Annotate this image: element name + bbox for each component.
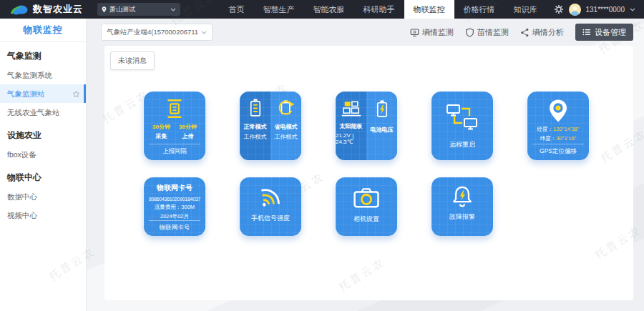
tile-remote-reboot[interactable]: 远程重启 bbox=[431, 92, 493, 160]
upload-interval-label: 上传 bbox=[179, 132, 197, 140]
tile-label: 物联网卡号 bbox=[149, 220, 200, 237]
tile-report-interval[interactable]: 30分钟 采集 30分钟 上传 上报间隔 bbox=[144, 92, 205, 160]
location-pin-icon bbox=[102, 6, 107, 13]
longitude-line: 经度：120°14'38" bbox=[537, 126, 580, 133]
solar-value: 21.2V | 24.3℃ bbox=[336, 132, 366, 145]
app-root: 数智农业云 萧山测试 首页 智慧生产 智能农服 科研助手 物联监控 价格行情 知… bbox=[0, 0, 644, 311]
sidebar-item-wireless-station[interactable]: 无线农业气象站 bbox=[0, 103, 86, 122]
top-navbar: 数智农业云 萧山测试 首页 智慧生产 智能农服 科研助手 物联监控 价格行情 知… bbox=[0, 0, 644, 19]
location-selector[interactable]: 萧山测试 bbox=[97, 3, 180, 16]
location-value: 萧山测试 bbox=[109, 5, 167, 14]
tile-power: 太阳能板 21.2V | 24.3℃ 电池电压 bbox=[336, 92, 397, 160]
sidebar-group-weather: 气象监测 bbox=[0, 42, 86, 66]
tile-gps[interactable]: 经度：120°14'38" 纬度：30°1'16" GPS定位偏移 bbox=[527, 92, 589, 160]
remote-computers-icon bbox=[446, 103, 479, 132]
device-toolbar: 气象站产业端4(157000206711 墒情监测 bbox=[101, 23, 633, 41]
username[interactable]: 131****0000 bbox=[586, 6, 625, 14]
tile-work-mode: 正常模式 工作模式 省电模式 工作模 bbox=[240, 92, 301, 160]
nav-item-iot-monitor[interactable]: 物联监控 bbox=[404, 0, 454, 19]
chevron-down-icon bbox=[201, 31, 207, 34]
seedling-monitor-button[interactable]: 苗情监测 bbox=[465, 27, 509, 38]
tile-iot-card[interactable]: 物联网卡号 89860436102090184037 流量费用：300M 202… bbox=[144, 177, 205, 236]
soil-monitor-button[interactable]: 墒情监测 bbox=[410, 27, 454, 38]
cloud-leaf-logo-icon bbox=[10, 3, 29, 16]
iot-card-date: 2024年02月 bbox=[160, 213, 189, 220]
tile-label: 上报间隔 bbox=[149, 144, 200, 160]
saving-mode-half[interactable]: 省电模式 工作模式 bbox=[270, 92, 301, 160]
nav-item-price[interactable]: 价格行情 bbox=[454, 0, 504, 19]
nav-item-home[interactable]: 首页 bbox=[220, 0, 254, 19]
app-title: 数智农业云 bbox=[33, 3, 83, 16]
battery-bolt-icon bbox=[375, 99, 389, 119]
monitor-screen-icon bbox=[410, 28, 419, 37]
solar-panel-icon bbox=[341, 100, 362, 117]
battery-icon bbox=[248, 98, 263, 118]
menu-list-icon bbox=[582, 29, 591, 36]
navbar-user-area: 131****0000 bbox=[547, 4, 644, 16]
solar-panel-half[interactable]: 太阳能板 21.2V | 24.3℃ bbox=[336, 92, 366, 160]
latitude-value: 30°1'16" bbox=[556, 135, 576, 142]
main-nav: 首页 智慧生产 智能农服 科研助手 物联监控 价格行情 知识库 bbox=[220, 0, 547, 19]
star-icon[interactable] bbox=[72, 90, 80, 98]
upload-interval-value: 30分钟 bbox=[179, 123, 197, 131]
normal-mode-half[interactable]: 正常模式 工作模式 bbox=[240, 92, 270, 160]
nav-item-production[interactable]: 智慧生产 bbox=[254, 0, 304, 19]
avatar[interactable] bbox=[569, 4, 581, 16]
app-logo[interactable]: 数智农业云 bbox=[0, 3, 90, 16]
shield-icon bbox=[465, 28, 474, 37]
share-nodes-icon bbox=[520, 28, 530, 37]
tile-label: GPS定位偏移 bbox=[532, 144, 584, 160]
sidebar: 物联监控 气象监测 气象监测系统 气象监测站 无线农业气象站 设施农业 fbox… bbox=[0, 19, 87, 311]
battery-refresh-icon bbox=[277, 98, 296, 118]
gear-icon[interactable] bbox=[554, 4, 564, 14]
sidebar-item-data-center[interactable]: 数据中心 bbox=[0, 187, 86, 206]
device-panel-card: 未读消息 bbox=[104, 46, 633, 300]
iot-card-traffic: 流量费用：300M bbox=[155, 204, 195, 211]
tile-signal-strength[interactable]: 手机信号强度 bbox=[240, 177, 301, 236]
saving-mode-sub: 工作模式 bbox=[275, 133, 298, 141]
chevron-down-icon[interactable] bbox=[630, 8, 635, 11]
interval-values: 30分钟 采集 30分钟 上传 bbox=[152, 123, 197, 140]
sidebar-item-weather-station[interactable]: 气象监测站 bbox=[0, 84, 86, 103]
device-manage-button[interactable]: 设备管理 bbox=[575, 24, 633, 41]
analysis-button[interactable]: 墒情分析 bbox=[520, 27, 564, 38]
nav-item-agriservice[interactable]: 智能农服 bbox=[304, 0, 354, 19]
tile-camera-settings[interactable]: 相机设置 bbox=[336, 177, 397, 236]
saving-mode-title: 省电模式 bbox=[275, 123, 298, 131]
longitude-value: 120°14'38" bbox=[553, 126, 579, 132]
device-select-value: 气象站产业端4(157000206711 bbox=[107, 28, 198, 37]
device-select[interactable]: 气象站产业端4(157000206711 bbox=[101, 24, 213, 41]
tile-label: 远程重启 bbox=[449, 140, 475, 149]
nav-item-research[interactable]: 科研助手 bbox=[354, 0, 404, 19]
collect-interval-label: 采集 bbox=[152, 132, 170, 140]
tile-label: 手机信号强度 bbox=[251, 214, 290, 223]
latitude-label: 纬度： bbox=[540, 135, 557, 142]
iot-card-title: 物联网卡号 bbox=[157, 183, 192, 193]
sidebar-item-weather-system[interactable]: 气象监测系统 bbox=[0, 66, 86, 84]
sidebar-item-video-center[interactable]: 视频中心 bbox=[0, 206, 86, 224]
tiles-row-2: 物联网卡号 89860436102090184037 流量费用：300M 202… bbox=[104, 177, 633, 236]
sidebar-title: 物联监控 bbox=[0, 19, 86, 42]
wifi-signal-icon bbox=[255, 182, 286, 211]
sidebar-group-facility: 设施农业 bbox=[0, 122, 86, 145]
battery-voltage-half[interactable]: 电池电压 bbox=[366, 92, 397, 160]
sidebar-item-fbox[interactable]: fbox设备 bbox=[0, 145, 86, 164]
alarm-bell-icon bbox=[450, 184, 474, 209]
toolbar-actions: 墒情监测 苗情监测 bbox=[410, 24, 633, 41]
nav-item-knowledge[interactable]: 知识库 bbox=[504, 0, 547, 19]
normal-mode-sub: 工作模式 bbox=[244, 133, 267, 141]
tiles-row-1: 30分钟 采集 30分钟 上传 上报间隔 bbox=[104, 92, 633, 160]
tile-label: 相机设置 bbox=[353, 214, 379, 224]
collect-interval-value: 30分钟 bbox=[152, 123, 170, 131]
battery-voltage-label: 电池电压 bbox=[371, 126, 394, 134]
tile-fault-alarm[interactable]: 故障报警 bbox=[431, 177, 493, 236]
latitude-line: 纬度：30°1'16" bbox=[540, 135, 576, 142]
chevron-down-icon bbox=[170, 8, 176, 11]
main-content: 气象站产业端4(157000206711 墒情监测 bbox=[87, 19, 644, 311]
longitude-label: 经度： bbox=[537, 126, 554, 132]
map-pin-icon bbox=[547, 98, 570, 124]
sidebar-group-iot-center: 物联中心 bbox=[0, 164, 86, 187]
iot-card-number: 89860436102090184037 bbox=[149, 197, 200, 202]
normal-mode-title: 正常模式 bbox=[244, 123, 267, 131]
unread-messages-button[interactable]: 未读消息 bbox=[110, 51, 155, 70]
